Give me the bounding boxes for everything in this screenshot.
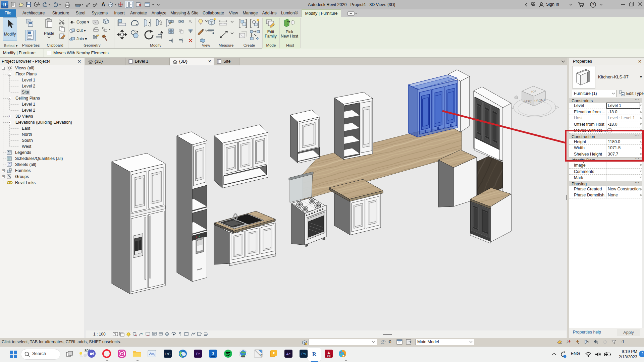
svg-text:R: R	[3, 2, 7, 7]
svg-text:LrC: LrC	[165, 352, 171, 356]
svg-text:Ae: Ae	[286, 352, 290, 356]
svg-text:A: A	[327, 351, 330, 355]
svg-text:TOP: TOP	[531, 90, 536, 93]
svg-text:?: ?	[592, 3, 594, 7]
svg-text:R: R	[312, 351, 317, 357]
svg-text:CAD: CAD	[327, 355, 331, 357]
svg-text:3: 3	[212, 351, 214, 356]
svg-text:Pr: Pr	[196, 352, 200, 356]
svg-text:Ps: Ps	[302, 352, 306, 356]
svg-text:12: 12	[259, 354, 263, 357]
svg-text:A: A	[101, 2, 105, 7]
